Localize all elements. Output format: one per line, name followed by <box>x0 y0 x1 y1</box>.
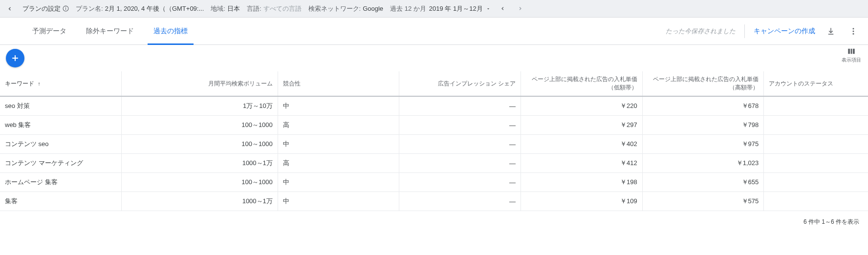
cell-bid-high: ￥975 <box>642 135 764 154</box>
svg-rect-11 <box>853 49 855 54</box>
region-value: 日本 <box>227 4 240 13</box>
cell-bid-low: ￥220 <box>521 96 643 116</box>
cell-volume: 100～1000 <box>122 135 278 154</box>
cell-account-status <box>764 173 868 192</box>
date-prev-button[interactable] <box>498 3 508 14</box>
col-account-status[interactable]: アカウントのステータス <box>764 71 868 96</box>
plan-name-value: 2月 1, 2020, 4 午後（（GMT+09:... <box>105 4 204 13</box>
sub-header-right: たった今保存されました キャンペーンの作成 <box>666 24 860 38</box>
table-row[interactable]: 集客1000～1万中—￥109￥575 <box>0 192 868 211</box>
tabs: 予測データ 除外キーワード 過去の指標 <box>32 18 188 45</box>
download-icon <box>826 27 835 36</box>
col-bid-low[interactable]: ページ上部に掲載された広告の入札単価（低額帯） <box>521 71 643 96</box>
plus-icon <box>10 53 20 63</box>
download-button[interactable] <box>824 24 838 38</box>
cell-account-status <box>764 135 868 154</box>
cell-competition: 中 <box>278 192 399 211</box>
back-button[interactable] <box>4 3 16 15</box>
keywords-table: キーワード ↑ 月間平均検索ボリューム 競合性 広告インプレッション シェア ペ… <box>0 71 868 211</box>
plan-name[interactable]: プラン名: 2月 1, 2020, 4 午後（（GMT+09:... <box>76 4 204 13</box>
sub-header: 予測データ 除外キーワード 過去の指標 たった今保存されました キャンペーンの作… <box>0 18 868 45</box>
col-impression-share[interactable]: 広告インプレッション シェア <box>399 71 521 96</box>
svg-point-4 <box>853 28 854 29</box>
cell-bid-high: ￥798 <box>642 116 764 135</box>
cell-impression-share: — <box>399 192 521 211</box>
cell-volume: 1000～1万 <box>122 154 278 173</box>
col-bid-high[interactable]: ページ上部に掲載された広告の入札単価（高額帯） <box>642 71 764 96</box>
cell-bid-high: ￥575 <box>642 192 764 211</box>
plan-settings[interactable]: プランの設定 <box>22 4 69 13</box>
cell-keyword: コンテンツ seo <box>0 135 122 154</box>
cell-bid-low: ￥198 <box>521 173 643 192</box>
cell-keyword: コンテンツ マーケティング <box>0 154 122 173</box>
date-range[interactable]: 過去 12 か月 2019 年 1月～12月 <box>390 4 491 13</box>
language[interactable]: 言語: すべての言語 <box>247 4 302 13</box>
cell-volume: 100～1000 <box>122 173 278 192</box>
col-competition[interactable]: 競合性 <box>278 71 399 96</box>
cell-keyword: 集客 <box>0 192 122 211</box>
cell-competition: 中 <box>278 173 399 192</box>
cell-keyword: seo 対策 <box>0 96 122 116</box>
cell-competition: 中 <box>278 135 399 154</box>
table-row[interactable]: seo 対策1万～10万中—￥220￥678 <box>0 96 868 116</box>
tab-negative-keywords[interactable]: 除外キーワード <box>86 18 134 45</box>
cell-account-status <box>764 96 868 116</box>
svg-point-2 <box>65 7 66 8</box>
cell-account-status <box>764 154 868 173</box>
saved-note: たった今保存されました <box>666 27 736 36</box>
cell-bid-low: ￥109 <box>521 192 643 211</box>
date-next-button[interactable] <box>515 3 526 14</box>
cell-bid-high: ￥1,023 <box>642 154 764 173</box>
svg-point-6 <box>853 33 854 34</box>
col-keyword[interactable]: キーワード ↑ <box>0 71 122 96</box>
cell-volume: 1万～10万 <box>122 96 278 116</box>
cell-bid-high: ￥655 <box>642 173 764 192</box>
cell-volume: 100～1000 <box>122 116 278 135</box>
table-row[interactable]: コンテンツ seo100～1000中—￥402￥975 <box>0 135 868 154</box>
columns-button-label: 表示項目 <box>842 57 861 64</box>
cell-impression-share: — <box>399 154 521 173</box>
cell-bid-low: ￥412 <box>521 154 643 173</box>
plan-top-bar: プランの設定 プラン名: 2月 1, 2020, 4 午後（（GMT+09:..… <box>0 0 868 18</box>
col-volume[interactable]: 月間平均検索ボリューム <box>122 71 278 96</box>
cell-competition: 中 <box>278 96 399 116</box>
search-network[interactable]: 検索ネットワーク: Google <box>308 4 384 13</box>
period-value: 2019 年 1月～12月 <box>429 4 483 13</box>
tab-historical-metrics[interactable]: 過去の指標 <box>153 18 188 45</box>
chevron-left-icon <box>7 6 13 12</box>
table-row[interactable]: web 集客100～1000高—￥297￥798 <box>0 116 868 135</box>
svg-rect-10 <box>851 49 852 54</box>
language-value: すべての言語 <box>263 4 302 13</box>
tab-forecast[interactable]: 予測データ <box>32 18 66 45</box>
plan-name-label: プラン名: <box>76 4 103 13</box>
cell-account-status <box>764 192 868 211</box>
divider <box>744 24 745 38</box>
language-label: 言語: <box>247 4 261 13</box>
network-value: Google <box>363 5 383 12</box>
cell-impression-share: — <box>399 96 521 116</box>
create-campaign-button[interactable]: キャンペーンの作成 <box>754 27 815 36</box>
plan-settings-label: プランの設定 <box>22 4 61 13</box>
cell-impression-share: — <box>399 135 521 154</box>
table-row[interactable]: ホームページ 集客100～1000中—￥198￥655 <box>0 173 868 192</box>
info-icon <box>63 5 69 12</box>
cell-keyword: web 集客 <box>0 116 122 135</box>
chevron-right-icon <box>518 6 523 11</box>
col-keyword-label: キーワード <box>5 80 34 87</box>
add-keyword-fab[interactable] <box>6 49 24 67</box>
more-vert-icon <box>849 27 858 36</box>
table-header-row: キーワード ↑ 月間平均検索ボリューム 競合性 広告インプレッション シェア ペ… <box>0 71 868 96</box>
period-label: 過去 12 か月 <box>390 4 426 13</box>
content-area: 表示項目 キーワード ↑ 月間平均検索ボリューム 競合性 広告インプレッション … <box>0 45 868 233</box>
cell-bid-low: ￥402 <box>521 135 643 154</box>
svg-point-5 <box>853 30 854 32</box>
cell-competition: 高 <box>278 116 399 135</box>
table-row[interactable]: コンテンツ マーケティング1000～1万高—￥412￥1,023 <box>0 154 868 173</box>
dropdown-arrow-icon <box>486 6 491 11</box>
more-menu-button[interactable] <box>846 24 860 38</box>
cell-bid-low: ￥297 <box>521 116 643 135</box>
columns-button[interactable]: 表示項目 <box>842 47 861 64</box>
svg-rect-9 <box>848 49 850 54</box>
cell-keyword: ホームページ 集客 <box>0 173 122 192</box>
region[interactable]: 地域: 日本 <box>211 4 240 13</box>
